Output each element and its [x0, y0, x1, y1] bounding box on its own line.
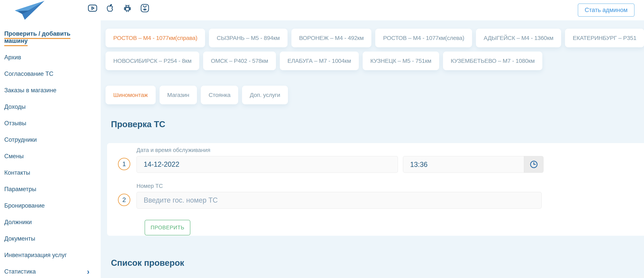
location-tabs-row-2: НОВОСИБИРСК – Р254 - 8км ОМСК – Р402 - 5… — [106, 52, 644, 70]
sidebar-item-ts-approval[interactable]: Согласование ТС — [4, 70, 95, 77]
location-tab-ekaterinburg-r351[interactable]: ЕКАТЕРИНБУРГ – Р351 — [565, 29, 644, 47]
apple-icon[interactable] — [105, 3, 115, 13]
location-tab-voronezh-m4-492[interactable]: ВОРОНЕЖ – М4 - 492км — [292, 29, 372, 47]
sidebar-item-shop-orders[interactable]: Заказы в магазине — [4, 87, 95, 94]
app-store-icons — [88, 3, 150, 13]
check-button[interactable]: ПРОВЕРИТЬ — [145, 220, 190, 235]
form-step-2: 2 Номер ТС — [118, 183, 644, 209]
service-date-input[interactable] — [136, 156, 398, 173]
service-tab-parking[interactable]: Стоянка — [201, 86, 238, 104]
appgallery-icon[interactable] — [140, 3, 150, 13]
sidebar-item-reviews[interactable]: Отзывы — [4, 120, 95, 127]
sidebar-item-statistics[interactable]: Статистика › — [4, 268, 90, 275]
main-content: РОСТОВ – М4 - 1077км(справа) СЫЗРАНЬ – М… — [101, 20, 644, 278]
location-tab-adygeysk-m4-1360[interactable]: АДЫГЕЙСК – М4 - 1360км — [476, 29, 561, 47]
check-list-title: Список проверок — [111, 258, 644, 268]
step-1-badge: 1 — [118, 158, 130, 170]
service-time-group — [403, 156, 544, 173]
service-tab-extra-services[interactable]: Доп. услуги — [242, 86, 288, 104]
sidebar-item-label: Проверить / добавить машину — [4, 30, 70, 44]
sidebar-item-employees[interactable]: Сотрудники — [4, 136, 95, 143]
sidebar-menu: Проверить / добавить машину Архив Соглас… — [4, 30, 95, 275]
sidebar-item-booking[interactable]: Бронирование — [4, 202, 95, 209]
become-admin-button[interactable]: Стать админом — [578, 4, 634, 17]
sidebar-item-contacts[interactable]: Контакты — [4, 169, 95, 176]
location-tab-rostov-m4-1077-left[interactable]: РОСТОВ – М4 - 1077км(слева) — [375, 29, 472, 47]
location-tab-kuznetsk-m5-751[interactable]: КУЗНЕЦК – М5 - 751км — [363, 52, 439, 70]
sidebar: Проверить / добавить машину Архив Соглас… — [0, 20, 101, 278]
service-tabs-row: Шиномонтаж Магазин Стоянка Доп. услуги — [106, 86, 644, 104]
sidebar-item-documents[interactable]: Документы — [4, 235, 95, 242]
service-tab-shop[interactable]: Магазин — [160, 86, 197, 104]
service-time-input[interactable] — [403, 156, 524, 173]
sidebar-item-service-inventory[interactable]: Инвентаризация услуг — [4, 251, 95, 259]
sidebar-item-archive[interactable]: Архив — [4, 54, 95, 61]
location-tab-rostov-m4-1077-right[interactable]: РОСТОВ – М4 - 1077км(справа) — [106, 29, 205, 47]
ts-number-label: Номер ТС — [136, 183, 542, 189]
location-tab-kuzembetevo-m7-1080[interactable]: КУЗЕМБЕТЬЕВО – М7 - 1080км — [443, 52, 542, 70]
topbar: Стать админом — [0, 0, 644, 20]
app-logo — [12, 1, 45, 20]
form-step-1: 1 Дата и время обслуживания — [118, 147, 644, 173]
sidebar-item-income[interactable]: Доходы — [4, 103, 95, 110]
location-tab-novosibirsk-r254-8[interactable]: НОВОСИБИРСК – Р254 - 8км — [106, 52, 199, 70]
sidebar-item-parameters[interactable]: Параметры — [4, 185, 95, 193]
ts-number-input[interactable] — [136, 192, 542, 209]
chevron-right-icon: › — [87, 269, 90, 274]
location-tab-omsk-r402-578[interactable]: ОМСК – Р402 - 578км — [203, 52, 276, 70]
youtube-icon[interactable] — [88, 3, 98, 13]
location-tabs-row-1: РОСТОВ – М4 - 1077км(справа) СЫЗРАНЬ – М… — [106, 29, 644, 47]
service-tab-tire-service[interactable]: Шиномонтаж — [106, 86, 156, 104]
android-icon[interactable] — [122, 3, 132, 13]
check-form-card: 1 Дата и время обслуживания — [107, 143, 644, 236]
sidebar-item-shifts[interactable]: Смены — [4, 153, 95, 160]
sidebar-item-check-add-car[interactable]: Проверить / добавить машину — [4, 30, 95, 44]
location-tab-elabuga-m7-1004[interactable]: ЕЛАБУГА – М7 - 1004км — [280, 52, 359, 70]
step-2-badge: 2 — [118, 194, 130, 206]
sidebar-item-label: Статистика — [4, 268, 36, 275]
date-time-label: Дата и время обслуживания — [136, 147, 544, 153]
check-ts-title: Проверка ТС — [111, 119, 644, 129]
location-tab-syzran-m5-894[interactable]: СЫЗРАНЬ – М5 - 894км — [209, 29, 287, 47]
sidebar-item-debtors[interactable]: Должники — [4, 218, 95, 226]
clock-icon — [529, 160, 538, 169]
time-picker-addon[interactable] — [524, 156, 543, 173]
